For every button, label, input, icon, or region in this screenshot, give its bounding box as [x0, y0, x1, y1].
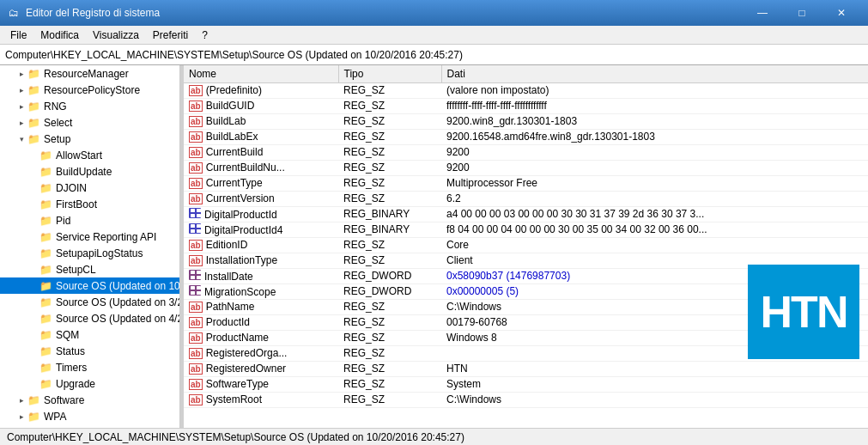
table-row[interactable]: abEditionIDREG_SZCore	[184, 237, 868, 253]
expand-icon[interactable]	[27, 182, 39, 194]
registry-name: CurrentBuild	[206, 146, 264, 158]
tree-item-status[interactable]: 📁Status	[0, 343, 179, 359]
col-header-name[interactable]: Nome	[184, 65, 338, 82]
type-icon: ab	[189, 317, 203, 328]
type-icon: ab	[189, 255, 203, 266]
table-row[interactable]: DigitalProductIdREG_BINARYa4 00 00 00 03…	[184, 206, 868, 222]
col-header-data[interactable]: Dati	[441, 65, 868, 82]
expand-icon[interactable]	[27, 296, 39, 308]
expand-icon[interactable]	[27, 362, 39, 374]
menu-item-modifica[interactable]: Modifica	[33, 27, 86, 44]
maximize-button[interactable]: □	[782, 0, 822, 26]
table-row[interactable]: abBuildLabExREG_SZ9200.16548.amd64fre.wi…	[184, 129, 868, 144]
folder-icon: 📁	[39, 149, 53, 162]
tree-item-wpa[interactable]: ▸📁WPA	[0, 408, 179, 424]
col-header-type[interactable]: Tipo	[338, 65, 441, 82]
expand-icon[interactable]	[27, 345, 39, 357]
app-icon: 🗂	[7, 6, 21, 20]
tree-item-allow-start[interactable]: 📁AllowStart	[0, 147, 179, 163]
tree-item-setup-cl[interactable]: 📁SetupCL	[0, 261, 179, 277]
table-row[interactable]: abCurrentBuildREG_SZ9200	[184, 144, 868, 160]
table-row[interactable]: ab(Predefinito)REG_SZ(valore non imposta…	[184, 82, 868, 98]
expand-icon[interactable]	[27, 198, 39, 210]
cell-type: REG_DWORD	[338, 268, 441, 283]
table-row[interactable]: abBuildGUIDREG_SZffffffff-ffff-ffff-ffff…	[184, 98, 868, 113]
menu-item-file[interactable]: File	[3, 27, 33, 44]
expand-icon[interactable]	[27, 378, 39, 390]
expand-icon[interactable]: ▸	[15, 84, 27, 96]
minimize-button[interactable]: —	[743, 0, 782, 26]
expand-icon[interactable]	[27, 280, 39, 292]
tree-item-software[interactable]: ▸📁Software	[0, 392, 179, 408]
tree-item-sqm[interactable]: 📁SQM	[0, 326, 179, 343]
expand-icon[interactable]: ▸	[15, 101, 27, 113]
tree-item-djoin[interactable]: 📁DJOIN	[0, 180, 179, 196]
expand-icon[interactable]	[27, 247, 39, 259]
cell-data: System	[441, 376, 868, 392]
expand-icon[interactable]: ▸	[15, 68, 27, 80]
table-row[interactable]: abBuildLabREG_SZ9200.win8_gdr.130301-180…	[184, 113, 868, 129]
tree-item-setup[interactable]: ▾📁Setup	[0, 131, 179, 147]
table-row[interactable]: abRegisteredOwnerREG_SZHTN	[184, 361, 868, 376]
registry-values-panel[interactable]: Nome Tipo Dati ab(Predefinito)REG_SZ(val…	[184, 65, 868, 428]
expand-icon[interactable]	[27, 264, 39, 276]
tree-item-timers[interactable]: 📁Timers	[0, 359, 179, 375]
registry-name: (Predefinito)	[206, 84, 262, 96]
tree-item-source-os-10[interactable]: 📁Source OS (Updated on 10/	[0, 277, 179, 294]
folder-icon: 📁	[39, 361, 53, 375]
expand-icon[interactable]	[27, 149, 39, 162]
type-icon: ab	[189, 131, 203, 143]
registry-tree[interactable]: ▸📁ResourceManager▸📁ResourcePolicyStore▸📁…	[0, 65, 180, 428]
table-row[interactable]: abCurrentVersionREG_SZ6.2	[184, 191, 868, 206]
cell-type: REG_SZ	[338, 98, 441, 113]
close-button[interactable]: ✕	[822, 0, 861, 26]
expand-icon[interactable]	[27, 231, 39, 243]
tree-item-resource-manager[interactable]: ▸📁ResourceManager	[0, 65, 179, 82]
cell-name: abCurrentType	[184, 175, 338, 191]
table-row[interactable]: DigitalProductId4REG_BINARYf8 04 00 00 0…	[184, 222, 868, 237]
cell-data: HTN	[441, 361, 868, 376]
tree-item-hkey-users[interactable]: ▸📁HKEY_USERS	[0, 424, 179, 428]
table-row[interactable]: abSystemRootREG_SZC:\Windows	[184, 392, 868, 407]
expand-icon[interactable]	[27, 329, 39, 341]
tree-item-build-update[interactable]: 📁BuildUpdate	[0, 163, 179, 180]
tree-item-upgrade[interactable]: 📁Upgrade	[0, 375, 179, 392]
expand-icon[interactable]: ▸	[3, 427, 15, 429]
folder-icon: 📁	[39, 198, 53, 211]
tree-item-source-os-4[interactable]: 📁Source OS (Updated on 4/2	[0, 310, 179, 326]
menu-item-preferiti[interactable]: Preferiti	[146, 27, 195, 44]
expand-icon[interactable]	[27, 166, 39, 178]
expand-icon[interactable]	[27, 313, 39, 325]
cell-data: 9200.win8_gdr.130301-1803	[441, 113, 868, 129]
table-row[interactable]: abCurrentBuildNu...REG_SZ9200	[184, 160, 868, 175]
expand-icon[interactable]: ▸	[15, 117, 27, 129]
tree-item-service-reporting[interactable]: 📁Service Reporting API	[0, 229, 179, 245]
expand-icon[interactable]: ▾	[15, 133, 27, 145]
tree-item-label: FirstBoot	[56, 198, 97, 210]
tree-item-rng[interactable]: ▸📁RNG	[0, 98, 179, 114]
expand-icon[interactable]: ▸	[15, 394, 27, 406]
expand-icon[interactable]	[27, 215, 39, 227]
tree-item-source-os-3[interactable]: 📁Source OS (Updated on 3/2	[0, 294, 179, 310]
tree-item-pid[interactable]: 📁Pid	[0, 212, 179, 229]
tree-item-label: Status	[56, 345, 85, 357]
cell-name: DigitalProductId4	[184, 222, 338, 237]
menu-item-?[interactable]: ?	[195, 27, 215, 44]
tree-item-resource-policy-store[interactable]: ▸📁ResourcePolicyStore	[0, 82, 179, 98]
table-row[interactable]: abSoftwareTypeREG_SZSystem	[184, 376, 868, 392]
folder-icon: 📁	[27, 83, 41, 97]
tree-item-label: DJOIN	[56, 182, 87, 194]
tree-item-select[interactable]: ▸📁Select	[0, 114, 179, 131]
tree-item-first-boot[interactable]: 📁FirstBoot	[0, 196, 179, 212]
cell-data: ffffffff-ffff-ffff-ffff-ffffffffffff	[441, 98, 868, 113]
menu-item-visualizza[interactable]: Visualizza	[86, 27, 146, 44]
cell-type: REG_SZ	[338, 330, 441, 345]
table-row[interactable]: abCurrentTypeREG_SZMultiprocessor Free	[184, 175, 868, 191]
cell-name: abSoftwareType	[184, 376, 338, 392]
type-icon: ab	[189, 147, 203, 158]
registry-name: InstallDate	[204, 271, 253, 283]
folder-icon: 📁	[27, 100, 41, 113]
cell-name: abCurrentBuild	[184, 144, 338, 160]
expand-icon[interactable]: ▸	[15, 411, 27, 423]
tree-item-setupapi-log[interactable]: 📁SetupapiLogStatus	[0, 245, 179, 261]
